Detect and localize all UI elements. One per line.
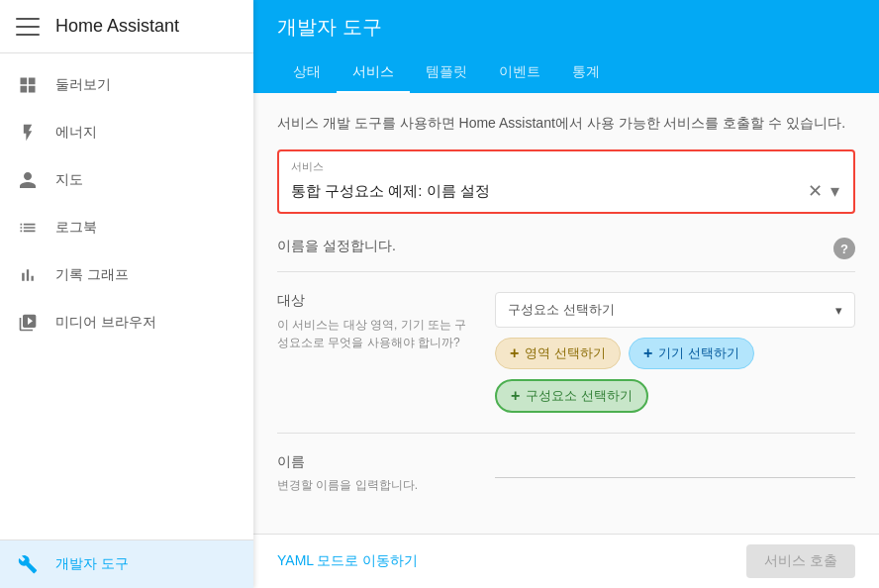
- sidebar-item-history[interactable]: 기록 그래프: [0, 251, 253, 299]
- top-bar: 개발자 도구: [253, 0, 879, 53]
- sidebar-item-map[interactable]: 지도: [0, 156, 253, 204]
- sidebar-item-energy[interactable]: 에너지: [0, 109, 253, 156]
- chip-area-plus-icon: +: [510, 344, 519, 362]
- page-title: 개발자 도구: [277, 14, 382, 41]
- name-label-col: 이름 변경할 이름을 입력합니다.: [277, 453, 475, 494]
- content-area: 서비스 개발 도구를 사용하면 Home Assistant에서 사용 가능한 …: [253, 93, 879, 534]
- sidebar-footer: 개발자 도구: [0, 539, 253, 588]
- clear-service-button[interactable]: ✕: [806, 178, 825, 204]
- intro-text: 서비스 개발 도구를 사용하면 Home Assistant에서 사용 가능한 …: [277, 113, 855, 134]
- bolt-icon: [16, 121, 40, 145]
- name-field-title: 이름: [277, 453, 475, 471]
- sidebar-item-media-label: 미디어 브라우저: [55, 314, 156, 332]
- name-section: 이름 변경할 이름을 입력합니다.: [277, 434, 855, 514]
- sidebar-item-media[interactable]: 미디어 브라우저: [0, 299, 253, 346]
- service-field-wrapper: 서비스 통합 구성요소 예제: 이름 설정 ✕ ▾: [277, 149, 855, 214]
- chip-component-label: 구성요소 선택하기: [526, 387, 633, 405]
- tabs-bar: 상태 서비스 템플릿 이벤트 통계: [253, 53, 879, 93]
- chip-device-label: 기기 선택하기: [658, 344, 739, 362]
- tab-stats[interactable]: 통계: [556, 53, 616, 94]
- sidebar: Home Assistant 둘러보기 에너지: [0, 0, 253, 588]
- grid-icon: [16, 73, 40, 97]
- name-input-col: [495, 453, 855, 478]
- target-description: 이 서비스는 대상 영역, 기기 또는 구성요소로 무엇을 사용해야 합니까?: [277, 316, 475, 351]
- play-icon: [16, 311, 40, 335]
- sidebar-item-overview-label: 둘러보기: [55, 76, 111, 94]
- tab-event[interactable]: 이벤트: [483, 53, 556, 94]
- service-value: 통합 구성요소 예제: 이름 설정: [291, 182, 806, 201]
- sidebar-item-logbook[interactable]: 로그북: [0, 204, 253, 251]
- main-area: 개발자 도구 상태 서비스 템플릿 이벤트 통계 서비스 개발 도구를 사용하면…: [253, 0, 879, 588]
- name-input[interactable]: [495, 453, 855, 478]
- chip-component[interactable]: + 구성요소 선택하기: [495, 379, 648, 413]
- chips-row-2: + 구성요소 선택하기: [495, 379, 855, 413]
- bar-chart-icon: [16, 263, 40, 287]
- target-controls: 구성요소 선택하기 ▾ + 영역 선택하기 + 기기 선택하기 +: [495, 292, 855, 413]
- sidebar-item-map-label: 지도: [55, 171, 83, 189]
- tab-state[interactable]: 상태: [277, 53, 337, 94]
- chip-area-label: 영역 선택하기: [525, 344, 606, 362]
- tab-template[interactable]: 템플릿: [410, 53, 483, 94]
- yaml-mode-link[interactable]: YAML 모드로 이동하기: [277, 552, 418, 570]
- name-field-description: 변경할 이름을 입력합니다.: [277, 477, 475, 494]
- chip-area[interactable]: + 영역 선택하기: [495, 338, 621, 369]
- target-section: 대상 이 서비스는 대상 영역, 기기 또는 구성요소로 무엇을 사용해야 합니…: [277, 272, 855, 434]
- dropdown-chevron-icon: ▾: [835, 303, 842, 318]
- sidebar-item-developer[interactable]: 개발자 도구: [0, 540, 253, 588]
- component-select-label: 구성요소 선택하기: [508, 301, 615, 319]
- description-text: 이름을 설정합니다.: [277, 238, 396, 255]
- service-value-row: 통합 구성요소 예제: 이름 설정 ✕ ▾: [291, 178, 841, 204]
- call-service-button[interactable]: 서비스 호출: [746, 544, 855, 578]
- chip-component-plus-icon: +: [511, 387, 520, 405]
- help-icon[interactable]: ?: [833, 238, 855, 259]
- component-select-dropdown[interactable]: 구성요소 선택하기 ▾: [495, 292, 855, 328]
- wrench-icon: [16, 552, 40, 576]
- chips-row: + 영역 선택하기 + 기기 선택하기: [495, 338, 855, 369]
- service-actions: ✕ ▾: [806, 178, 841, 204]
- list-icon: [16, 216, 40, 240]
- target-label-col: 대상 이 서비스는 대상 영역, 기기 또는 구성요소로 무엇을 사용해야 합니…: [277, 292, 475, 351]
- sidebar-item-overview[interactable]: 둘러보기: [0, 61, 253, 109]
- sidebar-item-developer-label: 개발자 도구: [55, 555, 129, 573]
- bottom-bar: YAML 모드로 이동하기 서비스 호출: [253, 534, 879, 588]
- expand-service-button[interactable]: ▾: [829, 178, 841, 204]
- person-icon: [16, 168, 40, 192]
- chip-device[interactable]: + 기기 선택하기: [629, 338, 754, 369]
- tab-service[interactable]: 서비스: [337, 53, 410, 94]
- sidebar-header: Home Assistant: [0, 0, 253, 53]
- target-title: 대상: [277, 292, 475, 310]
- sidebar-item-energy-label: 에너지: [55, 124, 97, 142]
- sidebar-nav: 둘러보기 에너지 지도: [0, 53, 253, 539]
- description-row: 이름을 설정합니다. ?: [277, 226, 855, 272]
- chip-device-plus-icon: +: [643, 344, 652, 362]
- service-label: 서비스: [291, 159, 841, 174]
- hamburger-icon[interactable]: [16, 18, 40, 36]
- app-title: Home Assistant: [55, 16, 179, 37]
- sidebar-item-history-label: 기록 그래프: [55, 266, 129, 284]
- sidebar-item-logbook-label: 로그북: [55, 219, 97, 237]
